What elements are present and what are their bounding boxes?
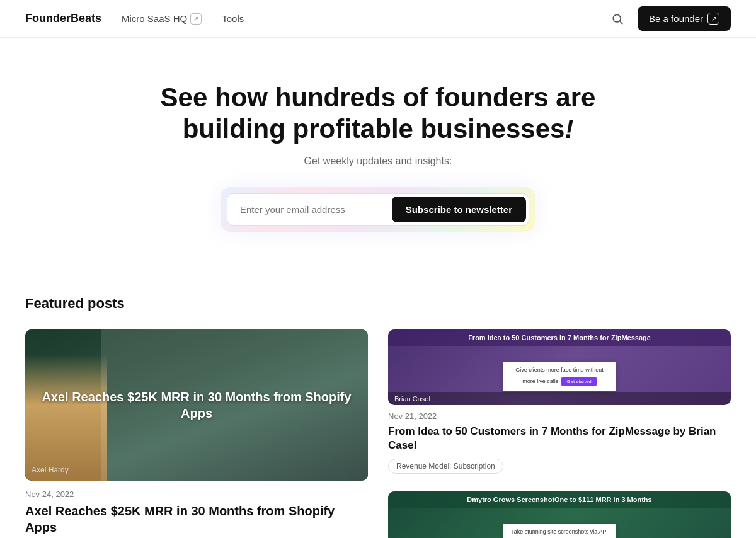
hero-subtext: Get weekly updates and insights: [13,156,743,167]
nav-left: FounderBeats Micro SaaS HQ ↗ Tools [25,12,244,25]
main-post-thumbnail[interactable]: Axel Reaches $25K MRR in 30 Months from … [25,329,368,481]
nav-link-microsaas-label: Micro SaaS HQ [122,13,187,24]
hero-section: See how hundreds of founders are buildin… [0,38,756,270]
side-post-0-title[interactable]: From Idea to 50 Customers in 7 Months fo… [388,425,731,452]
side-post-1-mock-ui: Take stunning site screenshots via API T… [503,524,616,538]
be-founder-label: Be a founder [649,13,703,24]
nav-link-tools[interactable]: Tools [222,13,244,24]
side-post-0-date: Nov 21, 2022 [388,411,731,421]
email-form-wrapper: Subscribe to newsletter [13,187,743,232]
search-button[interactable] [607,9,627,29]
featured-side-posts: From Idea to 50 Customers in 7 Months fo… [388,329,731,538]
external-link-icon-white: ↗ [707,13,719,25]
side-post-0-tags: Revenue Model: Subscription [388,459,731,474]
main-post-title[interactable]: Axel Reaches $25K MRR in 30 Months from … [25,503,368,535]
side-post-1-thumb-title: Dmytro Grows ScreenshotOne to $111 MRR i… [388,491,731,508]
side-post-1-mock: Take stunning site screenshots via API T… [388,510,731,538]
navbar: FounderBeats Micro SaaS HQ ↗ Tools Be a … [0,0,756,38]
side-post-0: From Idea to 50 Customers in 7 Months fo… [388,329,731,476]
subscribe-button[interactable]: Subscribe to newsletter [392,197,526,222]
svg-point-0 [613,14,621,22]
side-post-0-person: Brian Casel [388,392,731,405]
nav-right: Be a founder ↗ [607,6,731,31]
side-post-0-mock-ui: Give clients more face time without more… [503,362,616,391]
thumb-overlay: Axel Reaches $25K MRR in 30 Months from … [25,329,368,481]
logo[interactable]: FounderBeats [25,12,101,25]
posts-grid: Axel Reaches $25K MRR in 30 Months from … [25,329,731,538]
side-post-0-tag-0[interactable]: Revenue Model: Subscription [388,459,503,474]
main-person-label: Axel Hardy [32,466,69,474]
email-form-box: Subscribe to newsletter [220,187,536,232]
nav-link-tools-label: Tools [222,13,244,24]
side-post-0-thumb-title: From Idea to 50 Customers in 7 Months fo… [388,329,731,346]
featured-main-post: Axel Reaches $25K MRR in 30 Months from … [25,329,368,538]
main-thumb-title: Axel Reaches $25K MRR in 30 Months from … [38,389,355,421]
main-post-date: Nov 24, 2022 [25,489,368,499]
external-link-icon: ↗ [190,13,202,25]
mock-cta: Get started [561,377,597,386]
hero-headline: See how hundreds of founders are buildin… [158,82,598,146]
side-post-1: Dmytro Grows ScreenshotOne to $111 MRR i… [388,491,731,538]
email-input[interactable] [227,194,389,225]
side-post-1-thumbnail[interactable]: Dmytro Grows ScreenshotOne to $111 MRR i… [388,491,731,538]
svg-line-1 [620,21,623,24]
nav-link-microsaas[interactable]: Micro SaaS HQ ↗ [122,13,202,25]
side-post-0-meta: Nov 21, 2022 From Idea to 50 Customers i… [388,405,731,476]
featured-title: Featured posts [25,295,731,312]
be-founder-button[interactable]: Be a founder ↗ [638,6,731,31]
side-post-0-thumbnail[interactable]: From Idea to 50 Customers in 7 Months fo… [388,329,731,405]
featured-section: Featured posts Axel Reaches $25K MRR in … [0,270,756,538]
email-form-inner: Subscribe to newsletter [227,193,529,226]
